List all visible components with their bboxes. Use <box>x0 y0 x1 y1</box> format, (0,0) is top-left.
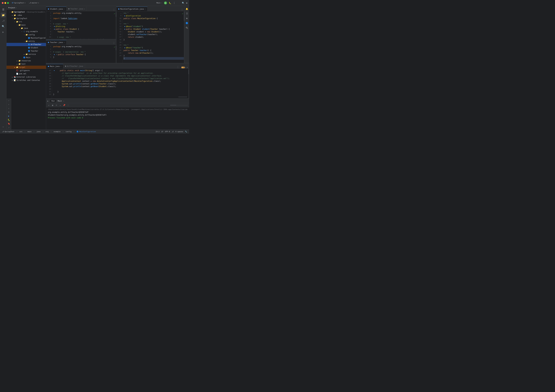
editor-options-icon[interactable]: ⋮ <box>112 8 116 11</box>
expand-warnings-icon[interactable]: ∧ <box>185 66 186 68</box>
run-debug-icon[interactable]: ▶ <box>1 30 6 34</box>
maximize-window-button[interactable] <box>7 2 9 4</box>
window-controls[interactable] <box>2 2 9 4</box>
run-tab-close[interactable]: ✕ <box>63 100 64 102</box>
sidebar-item-artteacher[interactable]: ▶ 🔵 ArtTeacher <box>7 43 46 46</box>
editor-options-right-icon[interactable]: ⋮ <box>180 8 184 11</box>
tab-teacher-bottom-close[interactable]: ✕ <box>64 42 65 43</box>
status-breadcrumb-main[interactable]: main <box>27 130 32 134</box>
code-editor-teacher[interactable]: 1 2 3 4 5 package org.example.entity; 8 … <box>46 45 116 63</box>
sidebar-item-springtest-folder[interactable]: ▾ 📁 SpringTest <box>7 17 46 20</box>
close-window-button[interactable] <box>2 2 4 4</box>
code-editor-mc[interactable]: … 9 10 11 12 13 14 15 16 17 18 19 20 21 <box>117 11 184 63</box>
tab-main-close[interactable]: ✕ <box>60 66 61 67</box>
tab-main-java[interactable]: Main.java ✕ <box>46 64 63 68</box>
collapse-warnings-icon[interactable]: ∨ <box>187 66 188 68</box>
run-tab-run[interactable]: Run <box>50 100 56 102</box>
status-breadcrumb-org[interactable]: org <box>45 130 50 134</box>
sidebar-item-service[interactable]: ▶ 📁 service <box>7 53 46 56</box>
sidebar-item-resources[interactable]: ▶ 📁 resources <box>7 59 46 62</box>
run-config[interactable]: Main ▾ <box>156 2 162 4</box>
plugins-icon[interactable]: ⋯ <box>1 125 6 129</box>
run-button[interactable]: ▶ <box>164 1 167 4</box>
git-icon[interactable]: ⎇ <box>1 18 6 23</box>
code-editor-main[interactable]: 13 14 15 16 17 18 19 20 21 22 ▶ <box>46 69 189 98</box>
sidebar-item-test[interactable]: ▶ 📁 test <box>7 62 46 66</box>
stop-run-button[interactable]: ■ <box>51 104 54 107</box>
scrollbar-mc[interactable] <box>184 11 184 63</box>
plugin-icon[interactable]: 🔌 <box>185 26 189 30</box>
ai-icon[interactable]: m <box>185 16 189 20</box>
sidebar-item-student[interactable]: ▶ 🔵 Student <box>7 46 46 49</box>
sidebar-item-java[interactable]: ▾ 📁 java <box>7 27 46 30</box>
sidebar-item-external-libraries[interactable]: ▶ 📚 External Libraries <box>7 75 46 79</box>
run-tab-main-config[interactable]: Main ✕ <box>57 100 65 102</box>
sidebar-item-config[interactable]: ▾ 📁 config <box>7 33 46 36</box>
status-breadcrumb-mc-label: MainConfiguration <box>79 131 96 133</box>
tree-arrow-org: ▾ <box>21 31 23 32</box>
status-breadcrumb-example[interactable]: example <box>53 130 61 134</box>
sidebar-item-springtest-root[interactable]: ▾ 📁 SpringTest ~/Desktop/CS/JavaEE/2 Jav… <box>7 10 46 14</box>
horizontal-scrollbar[interactable] <box>178 97 187 97</box>
status-indent[interactable]: 4 spaces <box>175 131 184 133</box>
status-breadcrumb-config[interactable]: config <box>65 130 73 134</box>
filter-output-button[interactable]: ⊟ <box>55 104 58 107</box>
database-icon[interactable]: 🗄 <box>185 12 189 15</box>
tree-arrow-service: ▶ <box>23 53 25 55</box>
indent-setting: 4 spaces <box>175 131 183 133</box>
tab-student-close[interactable]: ✕ <box>64 8 65 10</box>
tab-teacher-close[interactable]: ✕ <box>84 8 85 10</box>
search-icon[interactable]: 🔍 <box>182 2 184 4</box>
tab-mc-close[interactable]: ✕ <box>145 8 146 10</box>
tab-artteacher-java[interactable]: ArtTeacher.java <box>63 64 85 68</box>
status-cursor[interactable]: 23:2 <box>155 131 161 133</box>
sidebar-item-pom-xml[interactable]: ▶ 📄 pom.xml <box>7 72 46 75</box>
pin-output-button[interactable]: 📌 <box>63 104 66 107</box>
project-selector[interactable]: ST SpringTest ▾ <box>11 2 27 4</box>
status-breadcrumb-java[interactable]: java <box>36 130 41 134</box>
tab-teacher-java-bottom[interactable]: Teacher.java ✕ <box>46 40 66 44</box>
run-panel-icon[interactable]: ▶ <box>47 100 49 102</box>
sidebar-item-scratches[interactable]: ▶ 📝 Scratches and Consoles <box>7 79 46 82</box>
restart-run-button[interactable]: ↺ <box>47 104 50 107</box>
code-editor-student[interactable]: 1 2 3 4 5 6 7 8 9 10 11 12 <box>46 11 116 39</box>
sidebar-item-idea[interactable]: ▶ 📁 .idea <box>7 14 46 17</box>
tab-student-java[interactable]: Student.java ✕ <box>46 7 66 11</box>
sidebar-item-src[interactable]: ▾ 📁 src <box>7 20 46 23</box>
scrollbar-main[interactable] <box>188 69 189 98</box>
status-breadcrumb-mc[interactable]: 🔵 MainConfiguration <box>76 130 97 134</box>
search-global-icon[interactable]: 🔍 <box>1 24 6 29</box>
scrollbar-teacher[interactable] <box>116 45 116 63</box>
status-encoding[interactable]: UTF-8 <box>164 131 171 133</box>
status-wrench-icon[interactable]: 🔧 <box>184 131 188 133</box>
sidebar-item-main-class[interactable]: ▶ 🔵 Main <box>7 56 46 59</box>
status-git-branch[interactable]: ⎇ SpringTest <box>1 130 15 134</box>
notification-icon[interactable]: 🔵 <box>185 21 189 25</box>
status-git-icon[interactable]: ⎇ <box>171 131 175 133</box>
sidebar-item-main[interactable]: ▾ 📁 main <box>7 23 46 27</box>
tab-teacher-java[interactable]: Teacher.java ✕ <box>66 7 87 11</box>
editor-options-main-icon[interactable]: ⋮ <box>175 66 180 68</box>
tab-mainconfiguration[interactable]: MainConfiguration.java ✕ <box>117 7 147 11</box>
debug-icon[interactable]: 🐛 <box>169 2 171 4</box>
status-breadcrumb-src[interactable]: src <box>19 130 23 134</box>
minimize-window-button[interactable] <box>4 2 6 4</box>
run-gutter-icon[interactable]: ▶ <box>53 69 56 72</box>
sidebar-item-gitignore[interactable]: ▶ 🚫 .gitignore <box>7 69 46 72</box>
settings-icon[interactable]: ⚙ <box>186 2 187 4</box>
sidebar-item-entity[interactable]: ▾ 📁 entity <box>7 40 46 43</box>
scrollbar-student[interactable] <box>116 11 116 39</box>
more-options-icon[interactable]: ⋮ <box>173 1 175 4</box>
sidebar-item-teacher[interactable]: ▶ 🔵 Teacher <box>7 49 46 53</box>
bookmark-icon[interactable]: 🔔 <box>185 7 189 11</box>
sidebar-item-target[interactable]: ▶ 📁 target <box>7 66 46 69</box>
more-run-options-button[interactable]: ⋮ <box>66 104 69 107</box>
sidebar-item-mainconfiguration[interactable]: ▶ 🔵 MainConfiguration <box>7 36 46 40</box>
editor-options-bottom-icon[interactable]: ⋮ <box>112 42 116 44</box>
sidebar-toggle-icon[interactable]: ☰ <box>1 7 6 12</box>
branch-selector[interactable]: ⎇ master ▾ <box>29 2 39 4</box>
status-line-ending[interactable]: LF <box>161 131 164 133</box>
wrap-output-button[interactable]: ↵ <box>59 104 62 107</box>
project-view-icon[interactable]: 📁 <box>1 13 6 17</box>
sidebar-item-org-example[interactable]: ▾ ⬡ org.example <box>7 30 46 33</box>
